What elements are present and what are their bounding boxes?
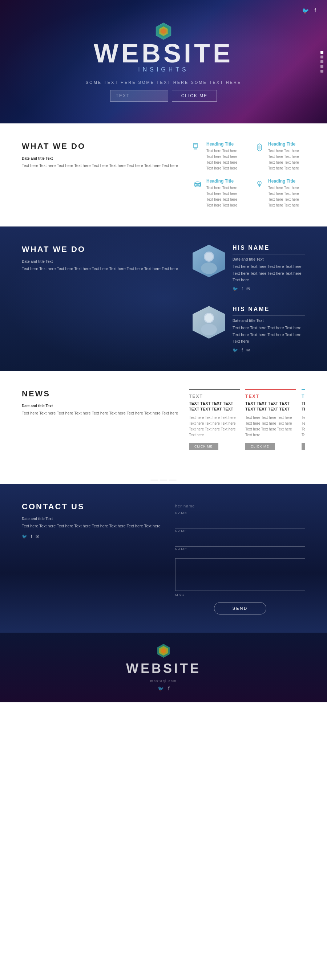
feature-body-3: Text here Text here Text here Text here … — [206, 185, 243, 208]
member-date-1: Date and title Text — [233, 257, 305, 261]
team-date-title: Date and title Text — [22, 259, 178, 264]
news-label-1: TEXT — [189, 394, 240, 399]
contact-left: CONTACT US Date and title Text Text here… — [22, 502, 161, 614]
nav-dot-4[interactable] — [321, 65, 323, 68]
wwd-left: WHAT WE DO Date and title Text Text here… — [22, 142, 178, 208]
news-card-2: TEXT TEXT TEXT TEXT TEXT TEXT TEXT TEXT … — [245, 389, 296, 450]
feature-title-1: Heading Title — [206, 142, 243, 146]
feature-item-4: Heading Title Text here Text here Text h… — [254, 178, 305, 208]
member-social-2: 🐦 f ✉ — [233, 348, 305, 353]
hero-tagline: SOME TEXT HERE SOME TEXT HERE SOME TEXT … — [86, 80, 241, 84]
member-facebook-2[interactable]: f — [242, 348, 243, 353]
feature-title-4: Heading Title — [268, 178, 305, 184]
nav-dot-3[interactable] — [321, 60, 323, 63]
member-date-2: Date and title Text — [233, 319, 305, 323]
footer-logo-icon — [156, 644, 171, 658]
feature-icon-3 — [193, 179, 203, 189]
feature-item-2: Heading Title Text here Text here Text h… — [254, 142, 305, 171]
news-pagination: — — — — [0, 476, 327, 484]
news-card-3: TEXT TEXT TEXT TEXT TEXT TEXT TEXT TEXT … — [301, 389, 305, 450]
contact-facebook[interactable]: f — [31, 534, 32, 539]
member-hex-photo-1 — [193, 245, 225, 277]
news-label-2: TEXT — [245, 394, 296, 399]
contact-date-title: Date and title Text — [22, 517, 161, 521]
feature-body-2: Text here Text here Text here Text here … — [268, 148, 305, 171]
svg-rect-5 — [195, 144, 196, 145]
contact-input-2[interactable] — [175, 520, 305, 528]
hero-text-input[interactable] — [110, 90, 168, 102]
member-name-1: HIS NAME — [233, 245, 305, 255]
footer-facebook[interactable]: f — [168, 686, 170, 692]
twitter-icon[interactable]: 🐦 — [302, 7, 309, 14]
person1-avatar — [195, 247, 223, 275]
news-card-1: TEXT TEXT TEXT TEXT TEXT TEXT TEXT TEXT … — [189, 389, 240, 450]
contact-label-1: NAME — [175, 511, 305, 515]
team-title: WHAT WE DO — [22, 245, 178, 254]
contact-twitter[interactable]: 🐦 — [22, 534, 27, 539]
team-body: Text here Text here Text here Text here … — [22, 265, 178, 272]
contact-section: CONTACT US Date and title Text Text here… — [0, 484, 327, 633]
team-section: WHAT WE DO Date and title Text Text here… — [0, 226, 327, 371]
person2-avatar — [195, 308, 223, 337]
nav-dot-5[interactable] — [321, 70, 323, 73]
feature-icon-2 — [254, 142, 265, 153]
member-social-1: 🐦 f ✉ — [233, 286, 305, 291]
svg-point-16 — [259, 182, 260, 184]
feature-icon-1 — [193, 142, 203, 153]
member-twitter-2[interactable]: 🐦 — [233, 348, 238, 353]
footer-social: 🐦 f — [158, 686, 170, 692]
contact-label-2: NAME — [175, 529, 305, 533]
nav-dot-2[interactable] — [321, 56, 323, 59]
what-we-do-section: WHAT WE DO Date and title Text Text here… — [0, 123, 327, 226]
hero-section: 🐦 f WEBSITE INSIGHTS SOME TEXT HERE SOME… — [0, 0, 327, 123]
news-body-3: Text here Text here Text here Text here … — [301, 415, 305, 438]
contact-body: Text here Text here Text here Text here … — [22, 523, 161, 530]
contact-field-2: NAME — [175, 520, 305, 533]
svg-point-19 — [205, 253, 213, 261]
news-btn-2[interactable]: CLICK ME — [245, 443, 275, 450]
footer: WEBSITE mostaql.com 🐦 f — [0, 633, 327, 702]
feature-item-1: Heading Title Text here Text here Text h… — [193, 142, 243, 171]
feature-text-4: Heading Title Text here Text here Text h… — [268, 178, 305, 208]
footer-title: WEBSITE — [126, 661, 201, 676]
svg-marker-0 — [156, 22, 171, 40]
contact-input-3[interactable] — [175, 538, 305, 547]
feature-icon-4 — [254, 179, 265, 189]
svg-point-18 — [201, 262, 217, 274]
contact-textarea[interactable] — [175, 558, 305, 591]
news-section: NEWS Date and title Text Text here Text … — [0, 371, 327, 468]
contact-field-1: NAME — [175, 502, 305, 515]
news-body-2: Text here Text here Text here Text here … — [245, 415, 296, 438]
facebook-icon[interactable]: f — [315, 7, 316, 14]
news-body-1: Text here Text here Text here Text here … — [189, 415, 240, 438]
footer-tagline: mostaql.com — [150, 679, 177, 683]
member-twitter-1[interactable]: 🐦 — [233, 286, 238, 291]
member-email-2[interactable]: ✉ — [246, 348, 250, 353]
wwd-date-title: Date and title Text — [22, 156, 178, 161]
member-info-1: HIS NAME Date and title Text Text here T… — [233, 245, 305, 291]
member-text-2: Text here Text here Text here Text here … — [233, 325, 305, 345]
footer-twitter[interactable]: 🐦 — [158, 686, 164, 692]
member-email-1[interactable]: ✉ — [246, 286, 250, 291]
feature-text-2: Heading Title Text here Text here Text h… — [268, 142, 305, 171]
news-btn-1[interactable]: CLICK ME — [189, 443, 219, 450]
team-left: WHAT WE DO Date and title Text Text here… — [22, 245, 178, 353]
svg-marker-3 — [161, 28, 167, 34]
member-photo-1 — [193, 245, 225, 277]
news-title: NEWS — [22, 389, 178, 399]
hero-cta-button[interactable]: CLICK ME — [172, 90, 217, 102]
news-left: NEWS Date and title Text Text here Text … — [22, 389, 178, 450]
nav-dot-1[interactable] — [321, 51, 323, 54]
member-facebook-1[interactable]: f — [242, 286, 243, 291]
news-label-3: TEXT — [301, 394, 305, 399]
svg-point-10 — [195, 185, 201, 187]
hero-title: WEBSITE — [94, 40, 233, 67]
contact-email[interactable]: ✉ — [36, 534, 39, 539]
contact-send-button[interactable]: SEND — [214, 602, 267, 614]
feature-text-3: Heading Title Text here Text here Text h… — [206, 178, 243, 208]
team-member-2: HIS NAME Date and title Text Text here T… — [193, 306, 305, 353]
news-btn-3[interactable]: CLICK ME — [301, 443, 305, 450]
contact-input-1[interactable] — [175, 502, 305, 510]
contact-social: 🐦 f ✉ — [22, 534, 161, 539]
contact-msg-label: MSG — [175, 593, 305, 597]
